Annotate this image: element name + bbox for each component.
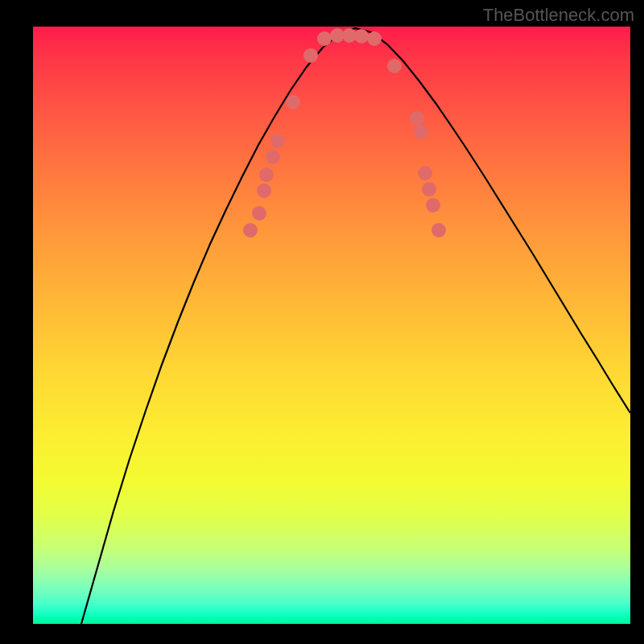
curve-marker bbox=[431, 223, 446, 237]
curve-marker bbox=[367, 31, 382, 46]
curve-marker bbox=[317, 31, 332, 46]
curve-marker bbox=[414, 125, 428, 139]
curve-marker bbox=[257, 184, 271, 198]
curve-marker bbox=[243, 223, 258, 237]
watermark-text: TheBottleneck.com bbox=[483, 5, 634, 26]
curve-marker bbox=[266, 150, 280, 164]
curve-marker bbox=[252, 206, 266, 221]
curve-marker bbox=[422, 182, 436, 196]
curve-marker bbox=[418, 166, 432, 180]
curve-marker bbox=[387, 59, 402, 73]
curve-marker bbox=[426, 198, 440, 213]
curve-marker bbox=[270, 134, 285, 148]
curve-marker bbox=[286, 95, 300, 109]
curve-marker bbox=[410, 111, 424, 126]
bottleneck-curve bbox=[81, 28, 630, 624]
curve-marker bbox=[303, 48, 318, 63]
chart-plot-area bbox=[33, 27, 630, 624]
curve-markers bbox=[243, 28, 446, 237]
chart-svg bbox=[33, 27, 630, 624]
curve-marker bbox=[259, 167, 274, 182]
curve-marker bbox=[354, 29, 369, 43]
